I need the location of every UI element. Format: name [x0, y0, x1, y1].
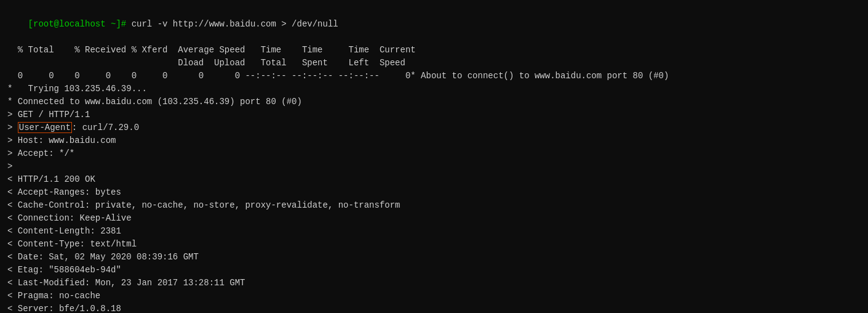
terminal: [root@localhost ~]# curl -v http://www.b…: [7, 5, 861, 313]
resp-date: < Date: Sat, 02 May 2020 08:39:16 GMT: [7, 251, 861, 264]
curl-host: > Host: www.baidu.com: [7, 134, 861, 147]
resp-status: < HTTP/1.1 200 OK: [7, 173, 861, 186]
curl-header2: Dload Upload Total Spent Left Speed: [7, 57, 861, 70]
resp-etag: < Etag: "588604eb-94d": [7, 264, 861, 277]
curl-connected: * Connected to www.baidu.com (103.235.46…: [7, 96, 861, 108]
curl-empty: >: [7, 160, 861, 173]
resp-content-type: < Content-Type: text/html: [7, 238, 861, 251]
resp-accept-ranges: < Accept-Ranges: bytes: [7, 186, 861, 199]
resp-server: < Server: bfe/1.0.8.18: [7, 303, 861, 313]
curl-trying: * Trying 103.235.46.39...: [7, 83, 861, 96]
prompt-text: [root@localhost ~]#: [28, 19, 127, 29]
resp-cache-control: < Cache-Control: private, no-cache, no-s…: [7, 199, 861, 212]
command-line: [root@localhost ~]# curl -v http://www.b…: [7, 5, 861, 44]
curl-get: > GET / HTTP/1.1: [7, 108, 861, 121]
resp-content-length: < Content-Length: 2381: [7, 225, 861, 238]
curl-accept: > Accept: */*: [7, 147, 861, 160]
command-text: curl -v http://www.baidu.com > /dev/null: [126, 19, 338, 29]
user-agent-highlight: User-Agent: [18, 122, 72, 133]
curl-header1: % Total % Received % Xferd Average Speed…: [7, 44, 861, 57]
curl-useragent: > User-Agent: curl/7.29.0: [7, 121, 861, 134]
resp-pragma: < Pragma: no-cache: [7, 290, 861, 303]
resp-connection: < Connection: Keep-Alive: [7, 212, 861, 225]
resp-last-modified: < Last-Modified: Mon, 23 Jan 2017 13:28:…: [7, 277, 861, 290]
curl-progress: 0 0 0 0 0 0 0 0 --:--:-- --:--:-- --:--:…: [7, 70, 861, 83]
